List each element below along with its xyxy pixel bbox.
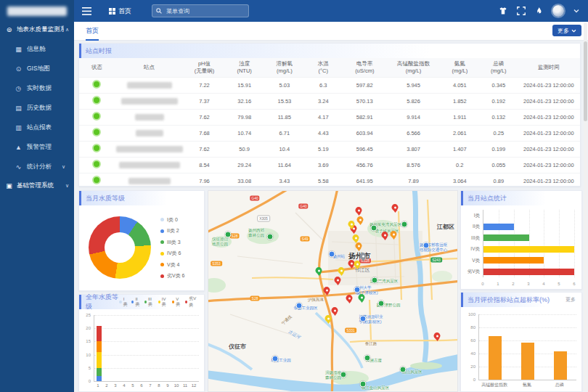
exceedance-more-link[interactable]: 更多 <box>565 296 576 303</box>
hamburger-menu-icon[interactable] <box>82 7 91 15</box>
station-marker-red[interactable] <box>324 287 330 293</box>
map-poi-dot-blue[interactable] <box>360 316 367 322</box>
table-cell: 15.53 <box>264 93 304 109</box>
station-marker-red[interactable] <box>346 295 353 301</box>
y-tick-label: 0 <box>79 379 91 383</box>
table-row: 7.3732.1615.533.24570.135.8261.8520.1922… <box>79 93 580 109</box>
legend-item-I类[interactable]: I类 0 <box>160 214 185 226</box>
sidebar-item-label: 预警管理 <box>27 143 52 152</box>
more-button[interactable]: 更多 <box>552 25 581 36</box>
map-poi-dot-blue[interactable] <box>272 356 279 362</box>
station-marker-yellow[interactable] <box>325 315 332 322</box>
legend-item-IV类[interactable]: IV类 <box>158 297 168 308</box>
station-marker-red[interactable] <box>434 332 441 339</box>
map-poi-dot-green[interactable] <box>340 372 347 378</box>
map-poi-dot-green[interactable] <box>372 277 378 284</box>
station-marker-green[interactable] <box>316 267 322 274</box>
base-manage-icon: ▣ <box>5 182 13 189</box>
sidebar-item-实时数据[interactable]: ◷实时数据 <box>0 78 74 98</box>
user-avatar[interactable] <box>552 5 564 17</box>
flame-icon[interactable] <box>535 7 543 15</box>
category-label: V类 <box>461 258 480 264</box>
fullscreen-icon[interactable] <box>517 7 526 15</box>
sidebar-item-站点报表[interactable]: ▥站点报表 <box>0 118 74 137</box>
legend-item-II类[interactable]: II类 <box>131 297 140 308</box>
gridline <box>544 210 544 277</box>
map-poi-dot-blue[interactable] <box>329 251 335 258</box>
chevron-up-icon: ∧ <box>65 27 69 33</box>
sidebar-item-历史数据[interactable]: ▤历史数据 <box>0 98 74 118</box>
breadcrumb-home[interactable]: 首页 <box>109 7 131 16</box>
map-label-city: 仪征市 <box>229 343 246 351</box>
menu-search[interactable] <box>152 4 249 17</box>
legend-label: II类 <box>135 297 140 308</box>
legend-item-劣V类[interactable]: 劣V类 <box>185 295 198 309</box>
station-marker-yellow[interactable] <box>353 234 359 241</box>
tab-home[interactable]: 首页 <box>86 26 99 41</box>
layout-size-icon[interactable] <box>499 7 507 15</box>
map-poi-dot-green[interactable] <box>267 234 274 240</box>
gis-map-icon: ⊙ <box>15 65 23 73</box>
stack-segment-IV类 <box>97 352 102 368</box>
map-poi-dot-green[interactable] <box>378 301 385 307</box>
map-poi-dot-green[interactable] <box>225 232 232 238</box>
sidebar-item-信息舱[interactable]: ▦信息舱 <box>0 39 74 59</box>
legend-label: IV类 6 <box>167 250 181 257</box>
legend-item-III类[interactable]: III类 3 <box>160 237 185 248</box>
legend-item-III类[interactable]: III类 <box>144 297 155 308</box>
map-poi-dot-green[interactable] <box>360 381 367 388</box>
station-marker-orange[interactable] <box>357 216 364 223</box>
x-tick-label: 10 <box>174 383 179 388</box>
sidebar: ⊚地表水质量监测系统∧▦信息舱⊙GIS地图◷实时数据▤历史数据▥站点报表▲预警管… <box>0 0 74 392</box>
legend-swatch <box>160 263 164 266</box>
station-marker-red[interactable] <box>392 204 399 211</box>
map-poi-dot-green[interactable] <box>400 367 407 373</box>
donut-ring <box>89 216 151 279</box>
map-poi-dot-green[interactable] <box>364 355 371 362</box>
station-report-icon: ▥ <box>15 124 23 131</box>
map-poi-dot-blue[interactable] <box>423 242 430 249</box>
legend-item-V类[interactable]: V类 4 <box>160 259 185 271</box>
map-poi-dot-blue[interactable] <box>296 303 303 309</box>
station-marker-orange[interactable] <box>356 242 362 249</box>
sidebar-section-1[interactable]: ▣基础管理系统∨ <box>0 176 74 195</box>
legend-item-II类[interactable]: II类 2 <box>160 226 185 237</box>
table-cell: 5.826 <box>387 93 439 109</box>
sidebar-item-GIS地图[interactable]: ⊙GIS地图 <box>0 59 74 78</box>
table-cell: 8.54 <box>184 157 224 173</box>
station-marker-red[interactable] <box>332 307 338 314</box>
sidebar-section-0[interactable]: ⊚地表水质量监测系统∧ <box>0 20 74 39</box>
search-input[interactable] <box>165 7 245 15</box>
gridline <box>574 210 575 277</box>
page-scrollbar-thumb[interactable] <box>584 41 587 121</box>
y-tick-label: 5 <box>79 366 91 370</box>
sidebar-item-预警管理[interactable]: ▲预警管理 <box>0 137 74 157</box>
legend-item-V类[interactable]: V类 <box>172 297 181 308</box>
station-marker-orange[interactable] <box>391 231 397 237</box>
gridline <box>529 210 530 277</box>
station-marker-red[interactable] <box>382 232 388 238</box>
station-marker-red[interactable] <box>356 207 362 213</box>
map-poi-dot-green[interactable] <box>371 225 377 232</box>
legend-item-I类[interactable]: I类 <box>119 297 128 308</box>
station-marker-gray[interactable] <box>360 253 367 259</box>
page-scrollbar-track[interactable] <box>584 23 587 391</box>
hbar-plot <box>483 210 574 277</box>
monthly-grade-panel-header: 当月水质等级 <box>79 191 204 205</box>
map-label-city: 江都区 <box>437 224 454 231</box>
station-marker-yellow[interactable] <box>354 261 361 267</box>
table-cell: 2024-01-23 12:00:00 <box>518 141 580 157</box>
map-poi-dot-blue[interactable] <box>354 287 361 293</box>
station-marker-green[interactable] <box>359 294 365 301</box>
station-table-head: 状态站点pH值(无量纲)浊度(NTU)溶解氧(mg/L)水温(°C)电导率(uS… <box>79 58 580 77</box>
station-map[interactable]: G40G40S49S28S353S28X305G328S243S331扬州市仪征… <box>208 190 458 392</box>
legend-item-IV类[interactable]: IV类 6 <box>160 248 185 260</box>
table-cell: 5.03 <box>264 77 304 93</box>
station-marker-yellow[interactable] <box>348 221 355 227</box>
station-marker-yellow[interactable] <box>338 267 345 274</box>
map-poi-dot-green[interactable] <box>401 221 408 228</box>
legend-item-劣V类[interactable]: 劣V类 6 <box>160 271 185 282</box>
panel-title: 当月水质等级 <box>86 194 125 203</box>
user-dropdown-caret-icon[interactable] <box>573 9 579 13</box>
sidebar-item-统计分析[interactable]: ∿统计分析∨ <box>0 157 74 176</box>
